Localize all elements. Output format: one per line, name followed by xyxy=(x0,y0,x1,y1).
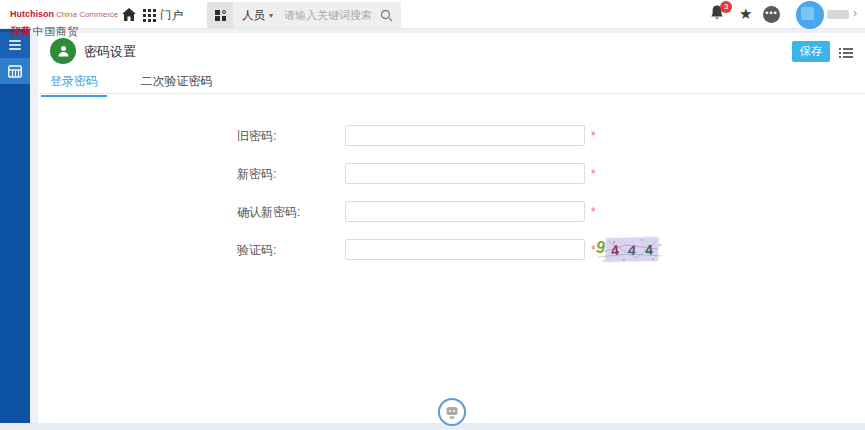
brand-name-cn: 和黄 xyxy=(10,25,31,37)
brand-name-en: Hutchison xyxy=(10,9,54,19)
brand-logo: HutchisonChina Commerce 和黄中国商贸 xyxy=(10,3,118,40)
search-category-select[interactable]: 人员 xyxy=(242,8,265,23)
list-menu-icon[interactable] xyxy=(839,46,853,60)
required-marker: * xyxy=(591,129,596,143)
user-menu-chevron-icon[interactable]: › xyxy=(853,6,857,20)
required-marker: * xyxy=(591,243,596,257)
sidebar-item-workbench[interactable] xyxy=(0,58,30,84)
user-avatar[interactable] xyxy=(796,1,824,29)
old-password-input[interactable] xyxy=(345,125,585,146)
content-card: 密码设置 保存 登录密码 二次验证密码 旧密码: * 新密码: * 确认新密码:… xyxy=(38,33,865,423)
old-password-label: 旧密码: xyxy=(237,128,276,145)
global-search: 人员 ▾ xyxy=(207,2,401,28)
home-icon[interactable] xyxy=(121,7,137,22)
captcha-input[interactable] xyxy=(345,239,585,260)
save-button[interactable]: 保存 xyxy=(792,41,830,62)
tab-bar: 登录密码 二次验证密码 xyxy=(38,67,865,94)
quad-squares-icon xyxy=(215,10,226,21)
tab-login-password[interactable]: 登录密码 xyxy=(45,67,103,96)
new-password-label: 新密码: xyxy=(237,166,276,183)
screen: HutchisonChina Commerce 和黄中国商贸 门户 xyxy=(0,0,865,430)
chatbot-icon[interactable] xyxy=(438,398,466,426)
brand-sub-en: China Commerce xyxy=(56,10,118,19)
tab-secondary-password[interactable]: 二次验证密码 xyxy=(135,67,217,96)
chevron-down-icon[interactable]: ▾ xyxy=(269,11,273,20)
confirm-password-label: 确认新密码: xyxy=(237,204,300,221)
calendar-icon xyxy=(8,65,22,78)
user-name[interactable] xyxy=(827,10,849,19)
captcha-label: 验证码: xyxy=(237,242,276,259)
app-grid-icon[interactable] xyxy=(143,8,156,21)
page-title: 密码设置 xyxy=(84,43,136,61)
search-input[interactable] xyxy=(284,9,379,21)
new-password-input[interactable] xyxy=(345,163,585,184)
hamburger-icon xyxy=(9,38,21,52)
brand-line-en: HutchisonChina Commerce xyxy=(10,3,118,21)
captcha-noise xyxy=(596,236,666,264)
avatar-image xyxy=(801,7,814,20)
password-settings-icon xyxy=(50,38,76,64)
portal-link[interactable]: 门户 xyxy=(160,8,183,23)
horizontal-scrollbar[interactable] xyxy=(0,423,865,430)
notification-badge: 3 xyxy=(720,1,732,13)
favorites-star-icon[interactable]: ★ xyxy=(739,4,752,24)
confirm-password-input[interactable] xyxy=(345,201,585,222)
more-options-icon[interactable]: ••• xyxy=(763,6,780,23)
notifications-button[interactable]: 3 xyxy=(709,4,733,26)
left-sidebar xyxy=(0,29,30,423)
search-scope-icon[interactable] xyxy=(207,2,233,28)
person-icon xyxy=(57,45,70,58)
required-marker: * xyxy=(591,205,596,219)
brand-line-cn: 和黄中国商贸 xyxy=(10,21,118,39)
search-icon[interactable] xyxy=(380,9,393,22)
brand-sub-cn: 中国商贸 xyxy=(33,25,79,37)
captcha-image[interactable]: 9 4 4 4 xyxy=(596,236,666,264)
top-header: HutchisonChina Commerce 和黄中国商贸 门户 xyxy=(0,0,865,29)
required-marker: * xyxy=(591,167,596,181)
